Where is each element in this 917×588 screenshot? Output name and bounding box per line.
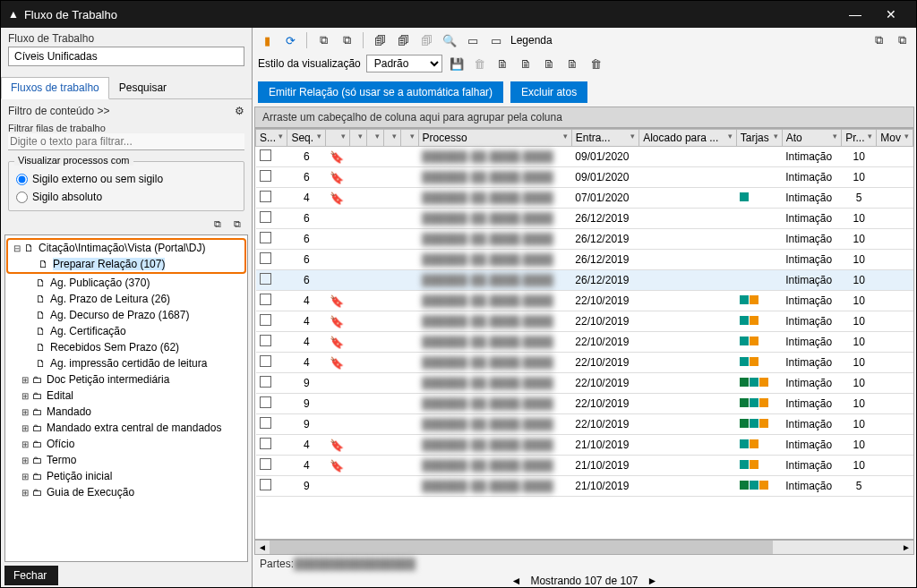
tool-icon-1[interactable]: 🗐 [371,31,389,49]
column-header[interactable]: ▾ [367,130,384,147]
tree-item-preparar-relacao[interactable]: 🗋 Preparar Relação (107) [8,256,244,272]
column-header[interactable]: Entra...▾ [571,130,638,147]
table-row[interactable]: 6██████-██.████.████26/12/2019Intimação1… [256,250,913,270]
column-header[interactable]: ▾ [401,130,418,147]
column-header[interactable]: ▾ [349,130,366,147]
bookmark-icon[interactable]: ▮ [258,31,276,49]
row-checkbox[interactable] [260,252,271,264]
export-icon-1[interactable]: 🗎 [494,55,512,72]
column-header[interactable]: Processo▾ [418,130,571,147]
row-checkbox[interactable] [260,149,271,161]
copy-icon[interactable]: ⧉ [314,31,332,49]
tree-item[interactable]: ⊞🗀Doc Petição intermediária [5,371,247,388]
tree-view[interactable]: ⊟ 🗋 Citação\Intimação\Vista (Portal\DJ) … [4,234,248,562]
expand-icon[interactable]: ⊞ [20,439,30,449]
expand-icon[interactable]: ⊞ [20,472,30,481]
close-panel-button[interactable]: Fechar [4,566,58,585]
tree-item[interactable]: 🗋Ag. Prazo de Leitura (26) [5,291,247,307]
column-header[interactable]: Tarjas▾ [736,130,782,147]
tree-item[interactable]: ⊞🗀Guia de Execução [5,484,247,500]
table-row[interactable]: 6██████-██.████.████26/12/2019Intimação1… [256,270,913,291]
expand-icon[interactable]: ⊞ [20,488,30,498]
tree-item[interactable]: ⊞🗀Petição inicial [5,468,247,484]
search-person-icon[interactable]: 🔍 [441,31,458,49]
tool-icon-r1[interactable]: ⧉ [870,31,887,49]
expand-icon[interactable]: ⊞ [20,423,30,433]
scroll-right-icon[interactable]: ► [899,542,913,552]
export-icon-2[interactable]: 🗎 [518,55,536,72]
table-row[interactable]: 6🔖██████-██.████.████09/01/2020Intimação… [256,147,913,167]
tool-icon-r2[interactable]: ⧉ [893,31,911,49]
tree-item[interactable]: 🗋Recebidos Sem Prazo (62) [5,339,247,355]
row-checkbox[interactable] [260,479,271,490]
pager-prev-icon[interactable]: ◄ [511,575,522,587]
radio-sigilo-externo[interactable]: Sigilo externo ou sem sigilo [16,173,236,185]
row-checkbox[interactable] [260,314,271,326]
style-select[interactable]: Padrão [366,55,442,72]
row-checkbox[interactable] [260,273,271,285]
filter-content-link[interactable]: Filtro de conteúdo >> ⚙ [8,105,244,117]
close-button[interactable]: ✕ [873,1,909,28]
save-icon[interactable]: 💾 [448,55,466,72]
table-row[interactable]: 6██████-██.████.████26/12/2019Intimação1… [256,229,913,250]
table-row[interactable]: 6🔖██████-██.████.████09/01/2020Intimação… [256,167,913,188]
tree-item[interactable]: ⊞🗀Termo [5,452,247,468]
column-header[interactable]: ▾ [384,130,401,147]
row-checkbox[interactable] [260,335,271,346]
group-by-bar[interactable]: Arraste um cabeçalho de coluna aqui para… [254,107,914,128]
table-row[interactable]: 4🔖██████-██.████.████22/10/2019Intimação… [256,311,913,332]
row-checkbox[interactable] [260,458,271,470]
tool-icon-4[interactable]: ▭ [464,31,482,49]
column-header[interactable]: Mov▾ [877,130,913,147]
table-row[interactable]: 9██████-██.████.████21/10/2019Intimação5 [256,476,913,497]
tree-tool-1-icon[interactable]: ⧉ [210,218,225,233]
tree-item[interactable]: 🗋Ag. Publicação (370) [5,275,247,291]
table-row[interactable]: 6██████-██.████.████26/12/2019Intimação1… [256,209,913,229]
tree-item[interactable]: 🗋Ag. Certificação [5,323,247,339]
row-checkbox[interactable] [260,191,271,202]
table-row[interactable]: 4🔖██████-██.████.████07/01/2020Intimação… [256,188,913,209]
table-row[interactable]: 4🔖██████-██.████.████21/10/2019Intimação… [256,456,913,476]
tree-item[interactable]: ⊞🗀Ofício [5,436,247,452]
radio-sigilo-absoluto[interactable]: Sigilo absoluto [16,191,236,203]
refresh-icon[interactable]: ⟳ [281,31,299,49]
expand-icon[interactable]: ⊞ [20,391,30,401]
tab-pesquisar[interactable]: Pesquisar [109,77,176,98]
table-row[interactable]: 4🔖██████-██.████.████22/10/2019Intimação… [256,332,913,353]
column-header[interactable]: Alocado para ...▾ [639,130,737,147]
column-header[interactable]: S...▾ [256,130,287,147]
gear-icon[interactable]: ⚙ [235,105,244,117]
row-checkbox[interactable] [260,396,271,408]
tool-icon-5[interactable]: ▭ [487,31,505,49]
minimize-button[interactable]: — [837,1,873,28]
column-header[interactable]: Ato▾ [782,130,841,147]
row-checkbox[interactable] [260,438,271,449]
tab-fluxos[interactable]: Fluxos de trabalho [1,77,109,99]
row-checkbox[interactable] [260,376,271,388]
row-checkbox[interactable] [260,170,271,182]
table-row[interactable]: 4🔖██████-██.████.████22/10/2019Intimação… [256,291,913,311]
row-checkbox[interactable] [260,232,271,243]
horizontal-scrollbar[interactable]: ◄ ► [254,540,914,555]
column-header[interactable]: Pr...▾ [842,130,877,147]
excluir-atos-button[interactable]: Excluir atos [510,81,587,103]
expand-icon[interactable]: ⊞ [20,407,30,417]
flow-combo[interactable]: Cíveis Unificadas [8,47,244,66]
table-row[interactable]: 4🔖██████-██.████.████22/10/2019Intimação… [256,353,913,373]
table-row[interactable]: 9██████-██.████.████22/10/2019Intimação1… [256,414,913,435]
emitir-relacao-button[interactable]: Emitir Relação (só usar se a automática … [258,81,503,103]
collapse-icon[interactable]: ⊟ [12,243,22,253]
expand-icon[interactable]: ⊞ [20,456,30,465]
pager-next-icon[interactable]: ► [647,575,658,587]
column-header[interactable]: Seq.▾ [287,130,326,147]
paste-icon[interactable]: ⧉ [338,31,356,49]
row-checkbox[interactable] [260,211,271,223]
tree-item[interactable]: 🗋Ag. Decurso de Prazo (1687) [5,307,247,323]
tree-item[interactable]: ⊞🗀Mandado [5,404,247,420]
tree-item[interactable]: ⊞🗀Edital [5,388,247,404]
grid[interactable]: S...▾Seq.▾ ▾ ▾ ▾ ▾ ▾Processo▾Entra...▾Al… [254,128,914,540]
export-icon-3[interactable]: 🗎 [541,55,559,72]
table-row[interactable]: 4🔖██████-██.████.████21/10/2019Intimação… [256,435,913,456]
tree-tool-2-icon[interactable]: ⧉ [230,218,244,233]
tree-item[interactable]: ⊞🗀Mandado extra central de mandados [5,420,247,436]
